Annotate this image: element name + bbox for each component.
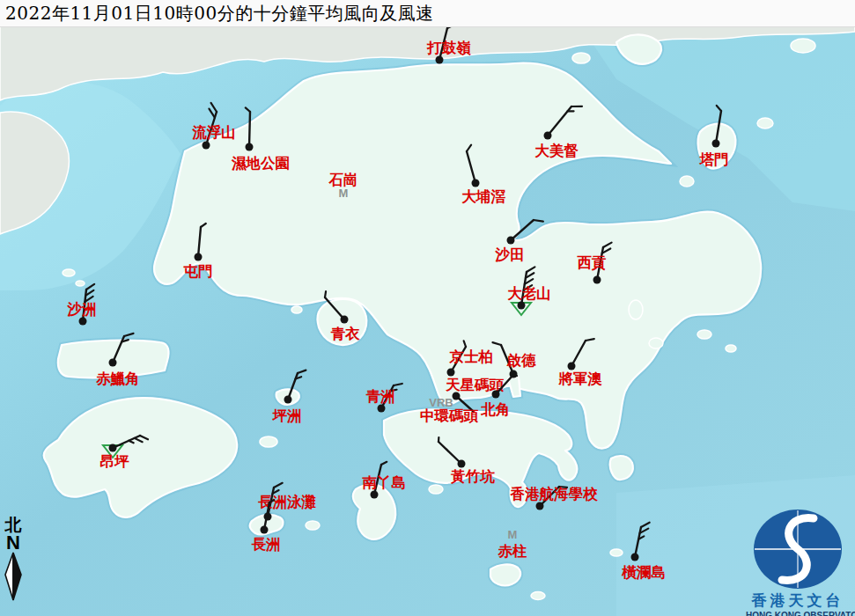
islet [429,485,443,494]
hko-emblem-icon [748,509,847,590]
station-label: 大美督 [534,143,579,159]
station-marker [631,554,639,561]
north-compass: 北 N [2,516,25,605]
station-label: 青衣 [331,326,361,342]
station-marker [536,502,544,510]
station-marker [447,369,455,377]
station-label: 赤鱲角 [95,370,140,387]
islet [63,269,75,276]
variable-wind-flag: VRB [429,396,453,409]
station-label: 坪洲 [272,407,302,424]
station-marker [109,444,117,452]
station-marker [195,253,203,261]
station-label: 昂坪 [100,453,130,470]
station-label: 橫瀾島 [621,564,666,581]
land-mass [490,564,520,585]
station-label: 石崗 [328,172,358,188]
land-mass [610,456,633,480]
station-label: 屯門 [183,263,213,280]
title-bar: 2022年11月01日10時00分的十分鐘平均風向及風速 [0,0,855,27]
station-marker [203,142,210,150]
islet [76,281,85,286]
station-label: 赤柱 [498,543,528,560]
islet [291,306,302,313]
station-label: 流浮山 [191,124,236,141]
islet [610,549,623,556]
station-label: 京士柏 [448,348,493,365]
station-marker [458,460,466,468]
station-label: 濕地公園 [231,155,290,172]
station-label: 北角 [481,401,511,418]
station-marker [261,526,269,534]
station-marker [79,318,87,326]
islet [531,592,545,600]
station-marker [544,132,552,140]
station-marker [453,392,461,400]
station-label: 塔門 [699,151,729,168]
islet [629,300,643,319]
station-label: 將軍澳 [557,370,602,387]
missing-data-flag: M [508,528,518,541]
station-marker [371,491,379,499]
station-marker [378,405,386,413]
hko-name-chinese: 香港天文台 [746,590,850,611]
station-label: 啟德 [506,352,537,369]
wind-barb-feather [325,291,326,297]
missing-data-flag: M [339,187,349,200]
station-label: 長洲泳灘 [258,494,317,510]
station-label: 長洲 [252,536,281,553]
islet [791,39,815,53]
compass-north-letter: N [2,533,25,552]
station-label: 沙洲 [67,301,97,318]
station-label: 西貢 [577,254,608,271]
station-marker [284,396,292,404]
islet [260,436,277,447]
islet [572,53,590,63]
station-marker [341,316,349,324]
station-label: 南丫島 [362,474,406,491]
station-marker [436,56,444,64]
hko-logo: 香港天文台 HONG KONG OBSERVATORY [746,509,850,616]
islet [697,330,711,339]
weather-map-screen: 打鼓嶺流浮山濕地公園石崗M大美督塔門大埔滘沙田西貢屯門沙洲大老山青衣京士柏啟德天… [0,0,855,616]
station-label: 青洲 [366,388,395,405]
station-marker [109,359,117,367]
islet [649,338,663,348]
station-marker [507,237,515,245]
hong-kong-map: 打鼓嶺流浮山濕地公園石崗M大美督塔門大埔滘沙田西貢屯門沙洲大老山青衣京士柏啟德天… [0,0,855,616]
islet [680,176,694,187]
islet [757,118,773,128]
islet [306,521,320,530]
station-marker [472,180,480,187]
station-label: 大老山 [507,285,551,302]
station-label: 打鼓嶺 [426,40,471,56]
islet [726,345,736,352]
station-label: 大埔滘 [461,188,505,205]
station-marker [712,140,720,148]
wind-barb-shaft [249,112,250,147]
station-label: 香港航海學校 [510,486,599,502]
station-marker [518,302,526,310]
compass-north-cjk: 北 [2,516,25,533]
station-marker [568,363,576,370]
compass-arrow-icon [3,552,24,601]
station-label: 黃竹坑 [450,468,495,485]
hko-name-english: HONG KONG OBSERVATORY [746,611,850,616]
station-marker [246,143,254,151]
map-title: 2022年11月01日10時00分的十分鐘平均風向及風速 [0,0,855,26]
station-marker [593,276,601,284]
station-marker [492,391,500,399]
station-label: 沙田 [495,246,525,263]
